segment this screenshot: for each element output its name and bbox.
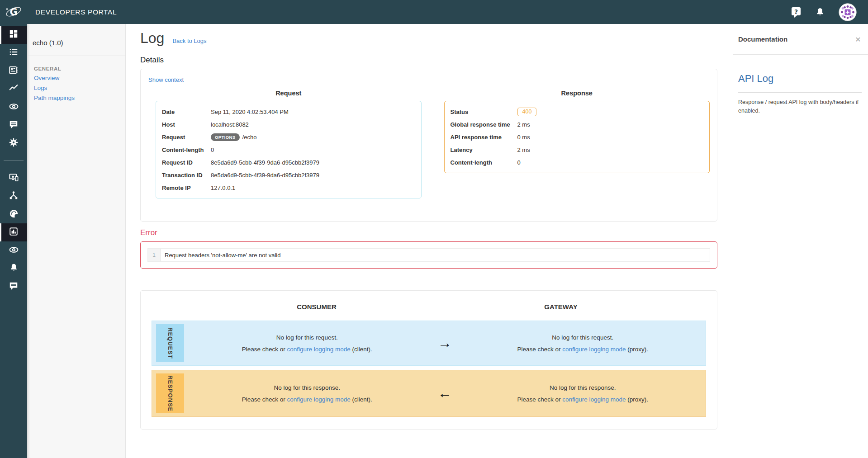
sidebar-item-settings[interactable] — [0, 134, 27, 152]
sidebar-item-board[interactable] — [0, 62, 27, 80]
subnav-link-logs[interactable]: Logs — [27, 81, 125, 91]
configure-logging-mode-link[interactable]: configure logging mode — [562, 346, 626, 353]
table-row: Latency 2 ms — [451, 143, 710, 156]
sidebar-item-api-analytics[interactable] — [0, 223, 27, 241]
documentation-title: Documentation — [738, 35, 787, 43]
details-heading: Details — [140, 56, 717, 65]
error-line: 1 Request headers 'not-allow-me' are not… — [147, 248, 710, 262]
gateway-response-log: No log for this response. Please check o… — [460, 370, 706, 416]
table-row: Status 400 — [451, 105, 710, 118]
back-to-logs-link[interactable]: Back to Logs — [172, 38, 206, 44]
show-context-link[interactable]: Show context — [148, 76, 184, 83]
line-number: 1 — [148, 249, 161, 261]
consumer-response-log: No log for this response. Please check o… — [184, 370, 430, 416]
doc-divider — [738, 92, 862, 93]
table-row: Global response time 2 ms — [451, 118, 710, 131]
table-row: Content-length 0 — [162, 143, 421, 156]
error-card: 1 Request headers 'not-allow-me' are not… — [140, 241, 717, 269]
error-heading: Error — [140, 228, 717, 237]
sidebar-item-messages[interactable] — [0, 116, 27, 134]
topbar: G DEVELOPERS PORTAL ? — [0, 0, 868, 24]
devices-star-icon — [9, 172, 19, 184]
table-row: Remote IP 127.0.0.1 — [162, 181, 421, 194]
subnav-link-path-mappings[interactable]: Path mappings — [27, 91, 125, 101]
icon-sidebar — [0, 24, 27, 458]
sidebar-item-theme[interactable] — [0, 205, 27, 223]
configure-logging-mode-link[interactable]: configure logging mode — [287, 396, 350, 403]
sidebar-item-api-audit[interactable] — [0, 241, 27, 260]
svg-text:?: ? — [794, 8, 798, 15]
request-table: Date Sep 11, 2020 4:02:53.404 PM Host lo… — [156, 101, 422, 198]
doc-description: Response / request API log with body/hea… — [738, 98, 862, 116]
response-column-header: Response — [444, 90, 710, 97]
close-icon[interactable]: × — [855, 34, 861, 44]
consumer-gateway-card: CONSUMER GATEWAY REQUEST No log for this… — [140, 290, 717, 430]
table-row: Transaction ID 8e5da6d9-5cbb-4f39-9da6-d… — [162, 169, 421, 181]
subnav-link-overview[interactable]: Overview — [27, 71, 125, 81]
error-message: Request headers 'not-allow-me' are not v… — [161, 249, 280, 261]
eye-icon — [9, 245, 19, 257]
right-arrow-icon: → — [430, 321, 460, 365]
response-flow-row: RESPONSE No log for this response. Pleas… — [152, 370, 706, 417]
gateway-request-log: No log for this request. Please check or… — [460, 321, 706, 365]
api-subnav: echo (1.0) GENERAL Overview Logs Path ma… — [27, 24, 126, 458]
board-icon — [9, 65, 19, 77]
subnav-section-general: GENERAL — [27, 56, 125, 71]
consumer-heading: CONSUMER — [297, 303, 337, 311]
bell-icon — [9, 263, 19, 274]
sidebar-item-analytics[interactable] — [0, 80, 27, 98]
http-method-badge: OPTIONS — [211, 133, 240, 141]
consumer-request-log: No log for this request. Please check or… — [184, 321, 430, 365]
response-table: Status 400 Global response time 2 ms API… — [444, 101, 710, 173]
portal-title: DEVELOPERS PORTAL — [35, 8, 117, 16]
table-row: Request ID 8e5da6d9-5cbb-4f39-9da6-d95cb… — [162, 156, 421, 169]
table-row: Request OPTIONS /echo — [162, 131, 421, 143]
sidebar-item-api-design[interactable] — [0, 187, 27, 205]
response-flow-label: RESPONSE — [156, 373, 184, 413]
sidebar-item-api-messages[interactable] — [0, 278, 27, 296]
api-name: echo (1.0) — [27, 24, 125, 47]
request-flow-row: REQUEST No log for this request. Please … — [152, 321, 706, 366]
main-content: Log Back to Logs Details Show context Re… — [126, 24, 733, 458]
notifications-bell-icon[interactable] — [815, 7, 825, 18]
doc-page-title: API Log — [738, 73, 862, 85]
sidebar-item-portal[interactable] — [0, 169, 27, 187]
details-card: Show context Request Date Sep 11, 2020 4… — [140, 69, 717, 222]
documentation-panel: Documentation × API Log Response / reque… — [733, 24, 868, 458]
table-row: Host localhost:8082 — [162, 118, 421, 131]
table-row: Date Sep 11, 2020 4:02:53.404 PM — [162, 105, 421, 118]
status-code-badge: 400 — [517, 108, 537, 116]
eye-icon — [9, 101, 19, 113]
gear-icon — [9, 137, 19, 149]
table-row: API response time 0 ms — [451, 131, 710, 143]
sidebar-item-list[interactable] — [0, 44, 27, 62]
chat-icon — [9, 119, 19, 131]
bar-chart-icon — [9, 227, 19, 238]
svg-text:G: G — [9, 7, 17, 18]
configure-logging-mode-link[interactable]: configure logging mode — [287, 346, 350, 353]
page-title: Log — [140, 30, 164, 47]
request-path: /echo — [242, 134, 257, 141]
request-flow-label: REQUEST — [156, 324, 184, 362]
table-row: Content-length 0 — [451, 156, 710, 169]
sidebar-divider — [4, 161, 24, 161]
list-icon — [9, 47, 19, 59]
chat-icon — [9, 281, 19, 293]
gateway-heading: GATEWAY — [544, 303, 577, 311]
gravitee-logo-icon[interactable]: G — [0, 4, 27, 20]
sidebar-item-alerts[interactable] — [0, 260, 27, 278]
dashboard-icon — [9, 29, 19, 41]
request-column-header: Request — [156, 90, 422, 97]
help-icon[interactable]: ? — [791, 6, 802, 18]
user-avatar[interactable] — [839, 3, 857, 21]
sidebar-item-observe[interactable] — [0, 98, 27, 116]
left-arrow-icon: ← — [430, 370, 460, 416]
trend-chart-icon — [9, 83, 19, 95]
palette-icon — [9, 208, 19, 221]
device-hub-icon — [9, 190, 19, 202]
configure-logging-mode-link[interactable]: configure logging mode — [562, 396, 626, 403]
sidebar-item-dashboard[interactable] — [0, 26, 27, 44]
